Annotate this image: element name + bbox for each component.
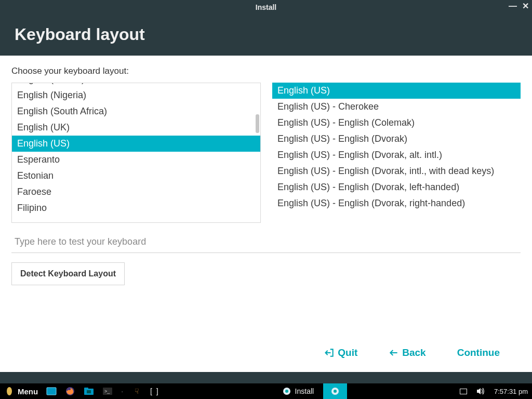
list-item[interactable]: English (US) - English (Dvorak, right-ha… <box>272 195 521 211</box>
firefox-button[interactable] <box>61 383 79 399</box>
svg-rect-1 <box>47 388 56 395</box>
install-app-icon <box>282 387 292 396</box>
list-item[interactable]: English (US) - Cherokee <box>272 99 521 115</box>
list-item[interactable]: Esperanto <box>12 152 260 168</box>
svg-rect-4 <box>84 388 88 390</box>
content-area: Choose your keyboard layout: English (Gh… <box>0 56 532 372</box>
list-item[interactable]: English (US) - English (Colemak) <box>272 115 521 131</box>
list-item[interactable]: English (Nigeria) <box>12 87 260 103</box>
list-item[interactable]: English (US) <box>272 83 521 99</box>
taskbar-task-active[interactable] <box>323 383 347 399</box>
brackets-indicator[interactable]: [ ] <box>146 383 164 399</box>
pointer-indicator[interactable]: ☟ <box>127 383 146 399</box>
install-app-icon <box>330 387 340 396</box>
list-item[interactable]: English (US) - English (Dvorak, intl., w… <box>272 163 521 179</box>
exit-icon <box>324 348 335 358</box>
close-icon[interactable]: ✕ <box>522 2 529 10</box>
firefox-icon <box>65 387 75 396</box>
terminal-icon: >_ <box>102 387 113 396</box>
layout-language-list[interactable]: English (Ghana)English (Nigeria)English … <box>11 83 261 223</box>
list-item[interactable]: Filipino <box>12 200 260 216</box>
svg-point-9 <box>285 390 288 393</box>
list-item[interactable]: English (US) <box>12 136 260 152</box>
list-item[interactable]: English (UK) <box>12 119 260 136</box>
list-item[interactable]: Faroese <box>12 184 260 200</box>
terminal-button[interactable]: >_ <box>98 383 117 399</box>
arrow-left-icon <box>389 348 399 358</box>
svg-point-0 <box>7 387 12 395</box>
workspace-indicator[interactable] <box>456 383 471 399</box>
back-button[interactable]: Back <box>389 347 425 358</box>
show-desktop-button[interactable] <box>42 383 61 399</box>
quit-button[interactable]: Quit <box>324 347 357 358</box>
svg-rect-5 <box>87 390 91 393</box>
layout-variant-list[interactable]: English (US)English (US) - CherokeeEngli… <box>272 83 521 223</box>
files-button[interactable] <box>79 383 98 399</box>
window-title: Install <box>256 3 276 11</box>
header: Keyboard layout <box>0 15 532 56</box>
list-item[interactable]: English (US) - English (Dvorak, left-han… <box>272 179 521 195</box>
page-title: Keyboard layout <box>15 25 517 44</box>
detect-keyboard-layout-button[interactable]: Detect Keyboard Layout <box>11 262 125 285</box>
folder-icon <box>84 387 94 396</box>
list-item[interactable]: English (US) - English (Dvorak, alt. int… <box>272 147 521 163</box>
prompt-text: Choose your keyboard layout: <box>11 66 521 76</box>
svg-text:>_: >_ <box>104 389 110 394</box>
clock[interactable]: 7:57:31 pm <box>490 388 532 395</box>
taskbar-divider: · <box>117 383 127 399</box>
menu-button[interactable]: Menu <box>0 383 42 399</box>
list-item[interactable]: English (South Africa) <box>12 103 260 119</box>
workspace-icon <box>460 389 467 394</box>
pointer-icon: ☟ <box>131 387 142 396</box>
list-item[interactable]: English (US) - English (Dvorak) <box>272 131 521 147</box>
menu-icon <box>4 387 15 396</box>
volume-indicator[interactable] <box>471 383 490 399</box>
desktop-icon <box>46 387 57 396</box>
list-item[interactable]: English (Ghana) <box>12 83 260 87</box>
keyboard-test-input[interactable] <box>11 232 521 253</box>
continue-button[interactable]: Continue <box>457 347 500 358</box>
taskbar-task-install[interactable]: Install <box>276 383 320 399</box>
nav-row: Quit Back Continue <box>11 338 521 364</box>
minimize-icon[interactable]: — <box>509 2 517 10</box>
scrollbar-thumb[interactable] <box>256 114 259 133</box>
volume-icon <box>475 387 486 396</box>
taskbar: Menu >_ · ☟ [ ] Install <box>0 383 532 399</box>
svg-point-11 <box>334 390 337 393</box>
titlebar: Install — ✕ <box>0 0 532 15</box>
list-item[interactable]: Estonian <box>12 168 260 184</box>
